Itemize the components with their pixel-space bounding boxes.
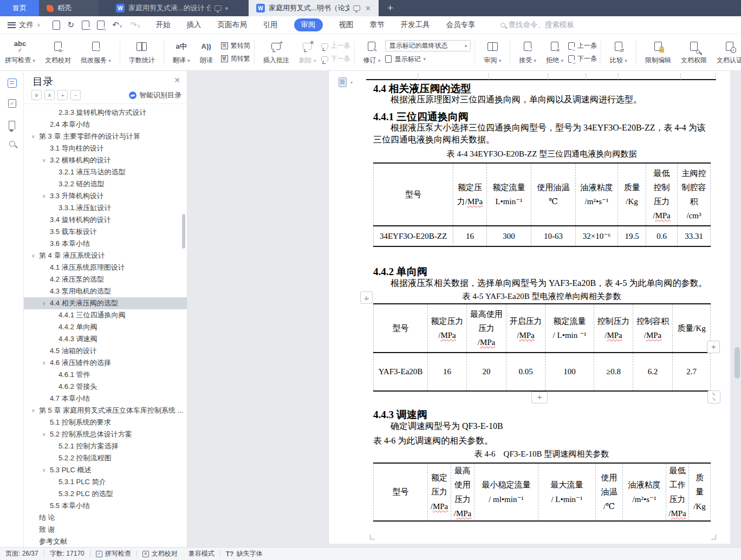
show-markup-button[interactable]: 显示标记 ▾ xyxy=(385,54,471,64)
compare-button[interactable]: 比较 ▾ xyxy=(605,40,632,65)
document-tab-1[interactable]: W 家庭用剪叉式液...的设计 任务书 xyxy=(108,0,236,16)
expand-caret-icon[interactable]: ∨ xyxy=(42,301,50,306)
toc-item[interactable]: 3.4 旋转机构的设计 xyxy=(24,214,187,226)
toc-item[interactable]: 4.7 本章小结 xyxy=(24,393,187,405)
toc-item[interactable]: ∨5.3 PLC 概述 xyxy=(24,464,187,476)
toc-item[interactable]: 2.3.3 旋转机构传动方式设计 xyxy=(24,107,187,119)
sync-button[interactable]: ↻ xyxy=(68,20,75,30)
toc-item[interactable]: 4.4.3 调速阀 xyxy=(24,333,187,345)
check-panel-button[interactable]: ✓ xyxy=(6,98,17,109)
expand-caret-icon[interactable]: ∨ xyxy=(42,432,50,437)
next-comment-button[interactable]: 下一条 xyxy=(321,54,350,64)
add-row-button[interactable]: ＋ xyxy=(531,392,548,403)
ribbon-tab-开发工具[interactable]: 开发工具 xyxy=(401,20,430,30)
toc-item[interactable]: 结 论 xyxy=(24,512,187,524)
review-service-button[interactable]: 批改服务 ▾ xyxy=(76,40,116,65)
toc-item[interactable]: 5.1 控制系统的要求 xyxy=(24,416,187,428)
ribbon-tab-章节[interactable]: 章节 xyxy=(370,20,385,30)
expand-caret-icon[interactable]: ∨ xyxy=(31,408,39,413)
find-panel-button[interactable] xyxy=(6,138,17,149)
document-page[interactable]: ▾ 4.4 相关液压阀的选型 根据液压原理图对三位四通换向阀，单向阀以及调速阀进… xyxy=(328,71,730,544)
expand-caret-icon[interactable]: ∨ xyxy=(42,193,50,199)
toc-item[interactable]: 5.5 本章小结 xyxy=(24,500,187,512)
toc-item[interactable]: 致 谢 xyxy=(24,524,187,536)
ribbon-tab-引用[interactable]: 引用 xyxy=(263,20,278,30)
toc-panel-button[interactable] xyxy=(6,77,17,88)
doc-proof-status[interactable]: ✕文档校对 xyxy=(137,549,183,558)
accept-change-button[interactable]: 接受 ▾ xyxy=(514,40,541,65)
toc-collapse-all-button[interactable]: ∧ xyxy=(44,90,55,100)
spell-check-button[interactable]: abc✓ 拼写检查 ▾ xyxy=(0,40,40,65)
toc-zoom-in-button[interactable]: ＋ xyxy=(57,90,68,100)
toc-item[interactable]: ∨4.4 相关液压阀的选型 xyxy=(24,297,187,309)
toc-item[interactable]: 2.4 本章小结 xyxy=(24,119,187,131)
next-change-button[interactable]: 下一条 xyxy=(568,54,597,64)
toc-item[interactable]: 5.2.2 控制流程图 xyxy=(24,452,187,464)
save-button[interactable] xyxy=(53,21,60,30)
toc-item[interactable]: 参考文献 xyxy=(24,536,187,547)
expand-caret-icon[interactable]: ∨ xyxy=(31,134,39,139)
doc-certify-button[interactable]: ✓ 文档认证 xyxy=(712,40,741,65)
toc-item[interactable]: 4.4.2 单向阀 xyxy=(24,321,187,333)
track-changes-button[interactable]: 修订 ▾ xyxy=(359,40,386,65)
toc-item[interactable]: 4.4.1 三位四通换向阀 xyxy=(24,309,187,321)
spell-check-status[interactable]: ✓拼写检查 xyxy=(90,549,136,558)
word-count-button[interactable]: 字数统计 xyxy=(124,40,160,65)
toc-scrollbar[interactable] xyxy=(182,214,185,249)
toc-item[interactable]: ∨第 4 章 液压系统设计 xyxy=(24,250,187,262)
toc-item[interactable]: ∨5.2 控制系统总体设计方案 xyxy=(24,428,187,440)
paragraph-widget-icon[interactable] xyxy=(339,77,347,87)
expand-caret-icon[interactable]: ∨ xyxy=(31,253,39,258)
prev-comment-button[interactable]: 上一条 xyxy=(321,41,350,51)
toc-item[interactable]: 5.3.2 PLC 的选型 xyxy=(24,488,187,500)
ribbon-tab-审阅[interactable]: 审阅 xyxy=(294,18,323,31)
toc-item[interactable]: 5.3.1 PLC 简介 xyxy=(24,476,187,488)
word-count-indicator[interactable]: 字数: 17170 xyxy=(44,549,90,558)
toc-item[interactable]: 4.6.2 管接头 xyxy=(24,381,187,393)
compat-mode-status[interactable]: 兼容模式 xyxy=(183,549,220,558)
markup-state-dropdown[interactable]: 显示标记的最终状态▾ xyxy=(385,40,471,51)
missing-fonts-status[interactable]: T?缺失字体 xyxy=(220,549,268,558)
toc-item[interactable]: 3.1 导向柱的设计 xyxy=(24,142,187,154)
print-preview-button[interactable] xyxy=(97,21,105,30)
document-scrollbar[interactable] xyxy=(734,347,740,379)
redo-button[interactable]: ↷∨ xyxy=(130,20,140,30)
command-search[interactable]: 查找命令、搜索模板 xyxy=(500,20,575,30)
expand-caret-icon[interactable]: ∨ xyxy=(42,158,50,163)
ribbon-tab-开始[interactable]: 开始 xyxy=(156,20,171,30)
toc-item[interactable]: 3.2.2 链的选型 xyxy=(24,178,187,190)
page-indicator[interactable]: 页面: 26/37 xyxy=(0,549,44,558)
toc-item[interactable]: 4.3 泵用电机的选型 xyxy=(24,285,187,297)
print-button[interactable] xyxy=(82,21,89,30)
ribbon-tab-会员专享[interactable]: 会员专享 xyxy=(446,20,476,30)
doc-permission-button[interactable]: 文档权限 xyxy=(676,40,712,65)
new-tab-button[interactable]: + xyxy=(379,0,402,16)
ribbon-tab-页面布局[interactable]: 页面布局 xyxy=(218,20,247,30)
toc-item[interactable]: ∨4.6 液压辅件的选择 xyxy=(24,357,187,369)
smart-recognize-toc-button[interactable]: 智能识别目录 xyxy=(129,90,181,100)
toc-item[interactable]: 4.5 油箱的设计 xyxy=(24,345,187,357)
reject-change-button[interactable]: 拒绝 ▾ xyxy=(541,40,568,65)
undo-button[interactable]: ↶∨ xyxy=(112,20,122,30)
expand-caret-icon[interactable]: ∨ xyxy=(42,360,50,366)
toc-item[interactable]: 3.6 本章小结 xyxy=(24,238,187,250)
file-menu-button[interactable]: 文件 ∨ xyxy=(8,20,41,30)
add-column-button[interactable]: ＋ xyxy=(707,341,720,353)
toc-item[interactable]: ∨第 5 章 家庭用剪叉式液压立体车库控制系统 ... xyxy=(24,405,187,416)
insert-comment-button[interactable]: 插入批注 xyxy=(258,40,294,65)
doc-proof-button[interactable]: 文档校对 xyxy=(40,40,76,65)
toc-item[interactable]: 3.3.1.液压缸设计 xyxy=(24,202,187,214)
document-tab-2-active[interactable]: W 家庭用剪叉式...明书（论文） ✕ xyxy=(249,0,379,16)
translate-button[interactable]: a中 翻译 ▾ xyxy=(168,40,195,65)
toc-zoom-out-button[interactable]: － xyxy=(70,90,81,100)
toc-item[interactable]: ∨3.3 升降机构设计 xyxy=(24,190,187,202)
ribbon-tab-视图[interactable]: 视图 xyxy=(339,20,354,30)
delete-comment-button[interactable]: 删除 ▾ xyxy=(294,40,321,65)
bookmark-panel-button[interactable] xyxy=(6,120,17,131)
restrict-edit-button[interactable]: 限制编辑 xyxy=(640,40,676,65)
table-move-handle[interactable] xyxy=(360,291,373,304)
review-pane-button[interactable]: 审阅 ▾ xyxy=(479,40,506,65)
toc-item[interactable]: 3.2.1 液压马达的选型 xyxy=(24,166,187,178)
simp-to-trad-button[interactable]: 繁简转繁 xyxy=(221,54,250,64)
toc-item[interactable]: 5.2.1 控制方案选择 xyxy=(24,440,187,452)
